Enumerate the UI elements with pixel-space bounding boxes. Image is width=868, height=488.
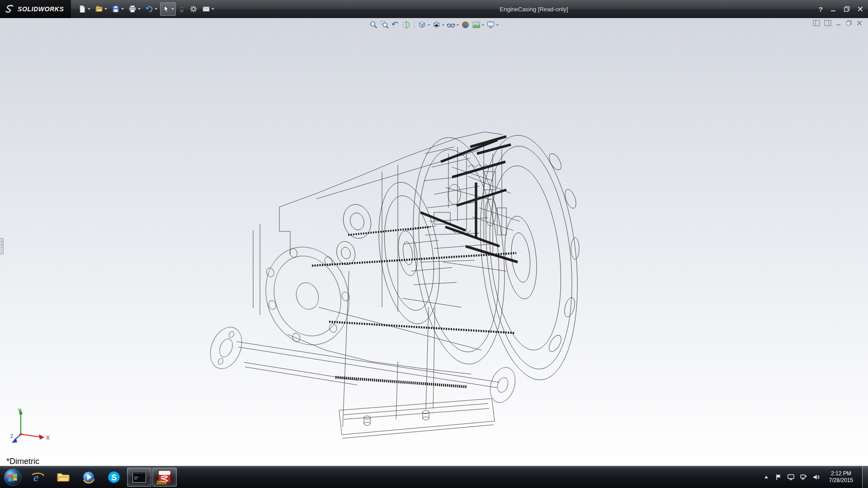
toolbar-separator [414,21,415,28]
solidworks-app-window: SOLIDWORKS [0,0,868,488]
taskbar-item-file-explorer[interactable] [51,468,75,487]
undo-button[interactable] [143,2,159,16]
dropdown-caret-icon[interactable] [482,24,485,26]
minimize-button[interactable] [830,6,836,12]
show-hidden-icons-button[interactable] [763,474,770,481]
network-icon[interactable] [800,474,807,481]
triad-y-label: Y [18,408,21,414]
windows-start-orb-icon [3,468,22,487]
pane-left-button[interactable] [813,20,820,26]
dropdown-caret-icon[interactable] [121,8,124,10]
internet-explorer-icon: e [31,470,45,484]
zoom-to-area-icon [380,20,389,29]
select-cursor-icon [162,5,170,13]
document-restore-button[interactable] [846,20,852,26]
document-window-controls [813,20,863,26]
solidworks-version-badge: 2015 [156,480,166,485]
section-view-icon [402,20,411,29]
standard-toolbar [76,2,216,16]
file-properties-button[interactable] [200,2,216,16]
printer-icon [128,5,137,13]
triad-x-label: X [46,435,50,441]
svg-text:S: S [111,473,117,482]
select-tool-button[interactable] [160,2,176,16]
dropdown-caret-icon[interactable] [138,8,141,10]
document-minimize-button[interactable] [835,20,842,26]
taskbar-item-internet-explorer[interactable]: e [26,468,50,487]
appearance-sphere-icon [461,20,470,29]
display-style-cube-icon [432,20,441,29]
dropdown-caret-icon[interactable] [155,8,157,10]
pane-right-button[interactable] [824,20,831,26]
taskbar-item-solidworks[interactable]: 2015 [152,468,177,487]
clock-time: 2:12 PM [829,470,853,477]
zoom-to-fit-button[interactable] [369,19,379,30]
new-document-icon [78,5,86,13]
panel-splitter-handle[interactable] [0,238,4,254]
titlebar: SOLIDWORKS [0,0,868,18]
taskbar-item-media-player[interactable] [76,468,101,487]
taskbar-clock[interactable]: 2:12 PM 7/28/2015 [825,470,857,484]
triad-z-label: Z [10,434,13,439]
rebuild-button[interactable] [177,2,187,16]
brand-text: SOLIDWORKS [18,5,64,13]
print-button[interactable] [127,2,142,16]
apply-scene-button[interactable] [472,19,485,30]
taskbar-item-command-prompt[interactable] [127,468,151,487]
view-orientation-button[interactable] [417,19,431,30]
save-floppy-icon [112,5,120,13]
undo-arrow-icon [145,5,153,13]
volume-icon[interactable] [812,474,820,481]
options-button[interactable] [188,2,199,16]
restore-button[interactable] [844,6,850,12]
open-button[interactable] [93,2,109,16]
new-document-button[interactable] [76,2,92,16]
action-center-flag-icon[interactable] [775,474,782,481]
solidworks-logo: SOLIDWORKS [0,0,71,18]
dropdown-caret-icon[interactable] [104,8,107,10]
view-orientation-label: *Dimetric [6,457,39,466]
window-controls: ? [819,0,863,18]
zoom-to-area-button[interactable] [380,19,390,30]
wireframe-model[interactable] [0,18,868,466]
dropdown-caret-icon[interactable] [457,24,459,26]
clock-date: 7/28/2015 [829,477,853,484]
help-button[interactable]: ? [819,5,823,13]
close-button[interactable] [857,6,863,12]
save-button[interactable] [110,2,126,16]
dropdown-caret-icon[interactable] [496,24,499,26]
section-view-button[interactable] [401,19,411,30]
solidworks-logo-icon [5,4,14,14]
windows-taskbar: e S [0,466,868,488]
open-folder-icon [95,5,103,13]
folder-icon [56,470,71,484]
start-button[interactable] [0,466,25,488]
skype-icon: S [107,470,121,484]
display-style-button[interactable] [432,19,445,30]
show-desktop-button[interactable] [862,466,868,488]
envelope-icon [202,5,210,13]
dropdown-caret-icon[interactable] [171,8,174,10]
zoom-to-fit-icon [369,20,378,29]
taskbar-item-skype[interactable]: S [102,468,126,487]
dropdown-caret-icon[interactable] [428,24,430,26]
heads-up-view-toolbar [369,19,500,30]
glasses-icon [447,20,456,29]
rebuild-traffic-light-icon [179,5,185,13]
previous-view-icon [391,20,400,29]
dropdown-caret-icon[interactable] [88,8,90,10]
scene-icon [472,20,481,29]
document-close-button[interactable] [856,20,863,26]
reference-triad[interactable]: Y X Z [10,407,60,445]
window-title: EngineCasing [Read-only] [500,6,568,13]
hide-show-items-button[interactable] [446,19,460,30]
view-settings-monitor-icon [486,20,495,29]
display-settings-icon[interactable] [787,474,795,481]
dropdown-caret-icon[interactable] [212,8,214,10]
view-settings-button[interactable] [486,19,500,30]
graphics-viewport[interactable]: Y X Z *Dimetric [0,18,868,466]
media-player-icon [81,470,96,484]
previous-view-button[interactable] [391,19,401,30]
edit-appearance-button[interactable] [461,19,471,30]
dropdown-caret-icon[interactable] [442,24,445,26]
